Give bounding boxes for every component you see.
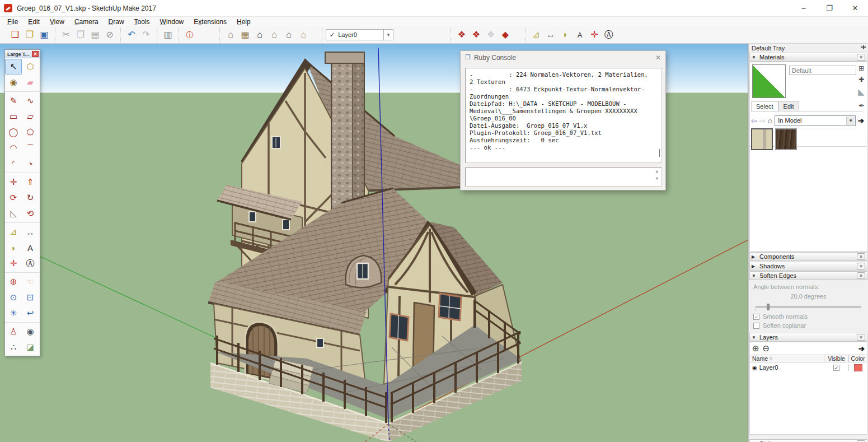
large-tool-set-palette[interactable]: Large T... ✕ ↖⬡◉▰✎∿▭▱◯⬠◠⌒◜◔✛⇑⟳↻◺⟲⊿↔◗A✛Ⓐ⊕… xyxy=(4,49,40,356)
circle-tool[interactable]: ◯ xyxy=(5,124,22,140)
palette-title-bar[interactable]: Large T... ✕ xyxy=(5,50,40,58)
share-component-button[interactable]: ❖ xyxy=(484,27,498,42)
material-thumb-wood[interactable] xyxy=(775,128,797,150)
angle-slider[interactable] xyxy=(754,303,862,311)
tape-measure-tool[interactable]: ⊿ xyxy=(5,224,22,240)
undo-button[interactable]: ↶ xyxy=(124,27,139,42)
view-front-button[interactable]: ⌂ xyxy=(252,27,267,42)
view-iso-button[interactable]: ⌂ xyxy=(223,27,238,42)
position-camera-tool[interactable]: ♙ xyxy=(5,324,22,339)
ruby-console-close-button[interactable]: ✕ xyxy=(655,54,661,62)
column-name[interactable]: Name xyxy=(752,355,768,362)
get-models-button[interactable]: ❖ xyxy=(454,27,469,42)
layer-dropdown-arrow-icon[interactable]: ▾ xyxy=(384,29,393,40)
materials-section-header[interactable]: ▼ Materials ✕ xyxy=(749,53,867,62)
shadows-section-header[interactable]: ▶ Shadows ✕ xyxy=(749,262,867,271)
menu-file[interactable]: File xyxy=(2,18,23,26)
ruby-console-title-bar[interactable]: ❒ Ruby Console ✕ xyxy=(461,51,665,64)
menu-draw[interactable]: Draw xyxy=(104,18,129,26)
menu-edit[interactable]: Edit xyxy=(23,18,45,26)
make-component-tool[interactable]: ⬡ xyxy=(22,59,39,75)
dropdown-arrow-icon[interactable]: ▼ xyxy=(846,117,855,125)
scale-tool[interactable]: ◺ xyxy=(5,206,22,221)
view-back-button[interactable]: ⌂ xyxy=(281,27,296,42)
expand-arrow-icon[interactable]: ▶ xyxy=(752,254,757,259)
current-layer-radio[interactable]: ◉ xyxy=(752,365,757,371)
checkbox-icon[interactable]: ✓ xyxy=(753,314,759,320)
close-button[interactable]: ✕ xyxy=(842,0,868,16)
look-around-tool[interactable]: ◉ xyxy=(22,324,39,339)
menu-tools[interactable]: Tools xyxy=(129,18,155,26)
model-info-button[interactable]: ⓘ xyxy=(182,27,197,42)
checkbox-icon[interactable] xyxy=(753,323,759,329)
rotated-rectangle-tool[interactable]: ▱ xyxy=(22,109,39,124)
view-left-button[interactable]: ⌂ xyxy=(296,27,311,42)
material-name-field[interactable]: Default xyxy=(789,66,856,75)
walk-tool[interactable]: ∴ xyxy=(5,339,22,355)
erase-button[interactable]: ⊘ xyxy=(102,27,117,42)
option-smooth-normals[interactable]: ✓Smooth normals xyxy=(753,313,864,320)
layers-details-icon[interactable]: ➔ xyxy=(858,345,865,353)
copy-button[interactable]: ❐ xyxy=(73,27,88,42)
dimension-button[interactable]: ↔ xyxy=(543,27,558,42)
set-default-material-icon[interactable]: ◣ xyxy=(858,87,865,97)
collapse-arrow-icon[interactable]: ▼ xyxy=(752,335,757,340)
select-tool[interactable]: ↖ xyxy=(5,59,22,75)
push-pull-tool[interactable]: ⇑ xyxy=(22,174,39,190)
protractor-tool[interactable]: ◗ xyxy=(5,240,22,255)
pin-icon[interactable] xyxy=(860,45,866,51)
zoom-tool[interactable]: ⊙ xyxy=(5,290,22,305)
materials-close-button[interactable]: ✕ xyxy=(857,54,865,61)
section-plane-tool[interactable]: ◪ xyxy=(22,339,39,355)
sample-paint-icon[interactable]: ✒ xyxy=(858,101,865,110)
restore-button[interactable]: ❐ xyxy=(817,0,842,16)
menu-camera[interactable]: Camera xyxy=(69,18,104,26)
ruby-console-window[interactable]: ❒ Ruby Console ✕ - : 224 Normalen-Vektor… xyxy=(460,50,666,190)
details-arrow-icon[interactable]: ➔ xyxy=(858,117,864,125)
protractor-button[interactable]: ◗ xyxy=(558,27,573,42)
layer-row[interactable]: ◉Layer0✓ xyxy=(750,362,867,373)
collapse-arrow-icon[interactable]: ▼ xyxy=(752,55,757,60)
forward-arrow-icon[interactable]: ⇨ xyxy=(759,117,766,125)
ruby-console-input[interactable]: ▲▼ xyxy=(465,168,662,187)
axes-tool[interactable]: ✛ xyxy=(5,255,22,271)
freehand-tool[interactable]: ∿ xyxy=(22,93,39,109)
shadows-close-button[interactable]: ✕ xyxy=(857,263,865,269)
extension-warehouse-button[interactable]: ◆ xyxy=(498,27,513,42)
components-close-button[interactable]: ✕ xyxy=(857,253,865,260)
share-model-button[interactable]: ❖ xyxy=(469,27,484,42)
offset-tool[interactable]: ⟲ xyxy=(22,206,39,221)
menu-extensions[interactable]: Extensions xyxy=(189,18,232,26)
model-viewport[interactable]: Large T... ✕ ↖⬡◉▰✎∿▭▱◯⬠◠⌒◜◔✛⇑⟳↻◺⟲⊿↔◗A✛Ⓐ⊕… xyxy=(0,44,748,442)
paint-bucket-tool[interactable]: ◉ xyxy=(5,75,22,90)
expand-arrow-icon[interactable]: ▶ xyxy=(752,264,757,269)
visible-checkbox[interactable]: ✓ xyxy=(833,365,839,371)
layer-dropdown[interactable]: ✓Layer0 xyxy=(326,29,384,40)
components-section-header[interactable]: ▶ Components ✕ xyxy=(749,252,867,261)
menu-view[interactable]: View xyxy=(45,18,69,26)
minimize-button[interactable]: – xyxy=(791,0,817,16)
tab-edit[interactable]: Edit xyxy=(778,101,799,111)
view-top-button[interactable]: ▦ xyxy=(238,27,252,42)
tab-select[interactable]: Select xyxy=(751,101,778,111)
3d-text-button[interactable]: Ⓐ xyxy=(602,27,616,42)
collections-dropdown[interactable]: In Model ▼ xyxy=(775,115,856,126)
layers-close-button[interactable]: ✕ xyxy=(857,334,865,341)
column-visible[interactable]: Visible xyxy=(824,355,849,362)
remove-layer-button[interactable]: ⊖ xyxy=(763,343,770,353)
ruby-console-output[interactable]: - : 224 Normalen-Vektoren, 2 Materialien… xyxy=(465,68,662,163)
cut-button[interactable]: ✂ xyxy=(59,27,73,42)
zoom-window-tool[interactable]: ⊡ xyxy=(22,290,39,305)
soften-edges-section-header[interactable]: ▼ Soften Edges ✕ xyxy=(749,271,867,280)
3-point-arc-tool[interactable]: ◜ xyxy=(5,156,22,171)
rotate-tool[interactable]: ⟳ xyxy=(5,190,22,206)
axes-button[interactable]: ✛ xyxy=(587,27,602,42)
redo-button[interactable]: ↷ xyxy=(139,27,153,42)
view-right-button[interactable]: ⌂ xyxy=(267,27,281,42)
menu-help[interactable]: Help xyxy=(232,18,256,26)
open-button[interactable]: ❐ xyxy=(22,27,37,42)
add-layer-button[interactable]: ⊕ xyxy=(752,343,759,353)
layers-section-header[interactable]: ▼ Layers ✕ xyxy=(749,333,867,342)
home-icon[interactable]: ⌂ xyxy=(768,116,772,125)
back-arrow-icon[interactable]: ⇦ xyxy=(751,117,757,125)
